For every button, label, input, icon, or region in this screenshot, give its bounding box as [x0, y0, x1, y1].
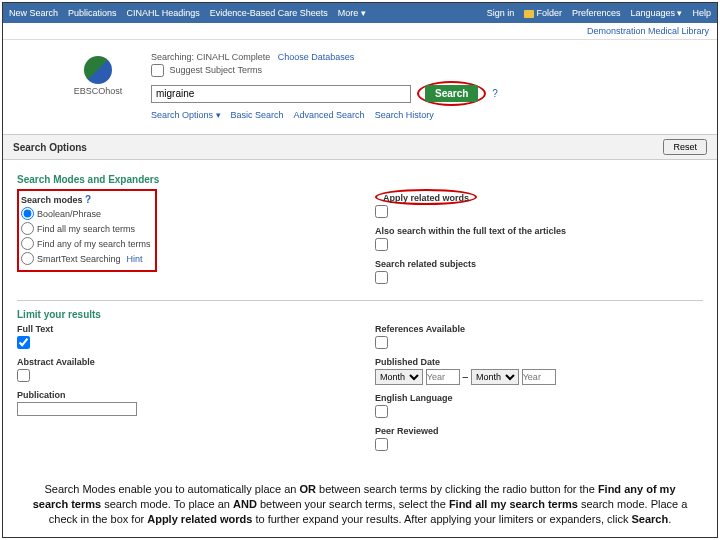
slide-caption: Search Modes enable you to automatically… — [7, 476, 713, 533]
choose-databases-link[interactable]: Choose Databases — [278, 52, 355, 62]
references-label: References Available — [375, 324, 703, 334]
search-modes-label: Search modes — [21, 195, 83, 205]
nav-folder[interactable]: Folder — [524, 8, 562, 18]
advanced-search-link[interactable]: Advanced Search — [294, 110, 365, 120]
apply-related-label: Apply related words — [383, 193, 469, 203]
mode-boolean-radio[interactable] — [21, 207, 34, 220]
nav-help[interactable]: Help — [692, 8, 711, 18]
abstract-checkbox[interactable] — [17, 369, 30, 382]
peer-label: Peer Reviewed — [375, 426, 703, 436]
related-subjects-label: Search related subjects — [375, 259, 703, 269]
references-checkbox[interactable] — [375, 336, 388, 349]
folder-icon — [524, 10, 534, 18]
date-dash: – — [463, 371, 469, 382]
mode-smarttext-radio[interactable] — [21, 252, 34, 265]
mode-find-all-radio[interactable] — [21, 222, 34, 235]
peer-checkbox[interactable] — [375, 438, 388, 451]
english-label: English Language — [375, 393, 703, 403]
search-area: EBSCOhost Searching: CINAHL Complete Cho… — [3, 40, 717, 128]
fulltext-label: Full Text — [17, 324, 345, 334]
modes-expanders-heading: Search Modes and Expanders — [17, 174, 703, 185]
publication-input[interactable] — [17, 402, 137, 416]
library-banner: Demonstration Medical Library — [3, 23, 717, 40]
nav-ecs[interactable]: Evidence-Based Care Sheets — [210, 8, 328, 18]
english-checkbox[interactable] — [375, 405, 388, 418]
nav-preferences[interactable]: Preferences — [572, 8, 621, 18]
mode-find-all-label: Find all my search terms — [37, 224, 135, 234]
nav-new-search[interactable]: New Search — [9, 8, 58, 18]
year-from-input[interactable] — [426, 369, 460, 385]
reset-button[interactable]: Reset — [663, 139, 707, 155]
help-icon[interactable]: ? — [492, 88, 498, 99]
nav-signin[interactable]: Sign in — [487, 8, 515, 18]
search-button[interactable]: Search — [425, 85, 478, 102]
search-button-highlight: Search — [417, 81, 486, 106]
year-to-input[interactable] — [522, 369, 556, 385]
searching-label: Searching: — [151, 52, 194, 62]
nav-languages[interactable]: Languages ▾ — [630, 8, 682, 18]
top-nav: New Search Publications CINAHL Headings … — [3, 3, 717, 23]
search-options-title: Search Options — [13, 142, 87, 153]
mode-boolean-label: Boolean/Phrase — [37, 209, 101, 219]
basic-search-link[interactable]: Basic Search — [231, 110, 284, 120]
mode-find-any-radio[interactable] — [21, 237, 34, 250]
apply-related-checkbox[interactable] — [375, 205, 388, 218]
logo-icon — [84, 56, 112, 84]
search-options-link[interactable]: Search Options ▾ — [151, 110, 221, 120]
nav-cinahl-headings[interactable]: CINAHL Headings — [127, 8, 200, 18]
nav-publications[interactable]: Publications — [68, 8, 117, 18]
apply-related-highlight: Apply related words — [375, 189, 477, 205]
publication-label: Publication — [17, 390, 345, 400]
search-history-link[interactable]: Search History — [375, 110, 434, 120]
search-options-body: Search Modes and Expanders Search modes … — [3, 160, 717, 467]
search-modes-highlight: Search modes ? Boolean/Phrase Find all m… — [17, 189, 157, 272]
logo: EBSCOhost — [63, 56, 133, 96]
fulltext-search-checkbox[interactable] — [375, 238, 388, 251]
help-icon[interactable]: ? — [85, 194, 91, 205]
month-from-select[interactable]: Month — [375, 369, 423, 385]
db-name: CINAHL Complete — [197, 52, 271, 62]
related-subjects-checkbox[interactable] — [375, 271, 388, 284]
abstract-label: Abstract Available — [17, 357, 345, 367]
suggest-terms-label: Suggest Subject Terms — [170, 65, 262, 75]
pubdate-label: Published Date — [375, 357, 703, 367]
nav-more[interactable]: More ▾ — [338, 8, 366, 18]
suggest-terms-checkbox[interactable] — [151, 64, 164, 77]
fulltext-checkbox[interactable] — [17, 336, 30, 349]
logo-text: EBSCOhost — [63, 86, 133, 96]
limit-results-heading: Limit your results — [17, 309, 703, 320]
month-to-select[interactable]: Month — [471, 369, 519, 385]
mode-find-any-label: Find any of my search terms — [37, 239, 151, 249]
search-input[interactable] — [151, 85, 411, 103]
mode-smarttext-label: SmartText Searching — [37, 254, 121, 264]
hint-link[interactable]: Hint — [127, 254, 143, 264]
search-options-bar: Search Options Reset — [3, 134, 717, 160]
fulltext-search-label: Also search within the full text of the … — [375, 226, 703, 236]
